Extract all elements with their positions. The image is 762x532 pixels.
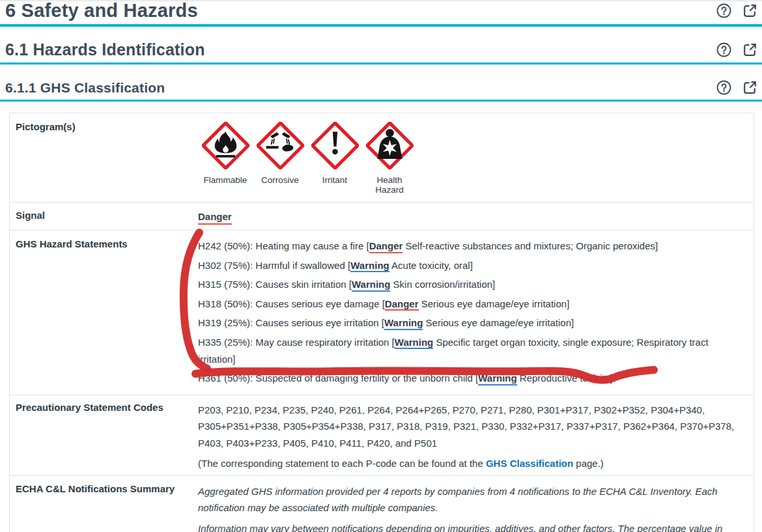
precautionary-note: (The corresponding statement to each P-c… bbox=[198, 456, 743, 470]
hazard-statement: H335 (25%): May cause respiratory irrita… bbox=[198, 334, 743, 368]
section-header-safety-and-hazards: 6 Safety and Hazards bbox=[0, 0, 762, 27]
ghs-pictogram-icon bbox=[311, 122, 359, 169]
row-label-hazard-statements: GHS Hazard Statements bbox=[10, 231, 198, 395]
echa-notifications-row: ECHA C&L Notifications Summary Aggregate… bbox=[10, 475, 754, 532]
ghs-pictogram-icon bbox=[202, 122, 249, 169]
hazard-statement: H319 (25%): Causes serious eye irritatio… bbox=[198, 315, 743, 331]
ghs-classification-page: 6 Safety and Hazards 6.1 Hazards Identif… bbox=[0, 0, 762, 532]
pictogram-label: Corrosive bbox=[261, 175, 299, 185]
ghs-pictogram-icon bbox=[257, 122, 304, 169]
echa-paragraph-1: Aggregated GHS information provided per … bbox=[198, 484, 743, 516]
pictogram-label: Flammable bbox=[204, 175, 247, 185]
hazard-statements-row: GHS Hazard Statements H242 (50%): Heatin… bbox=[10, 230, 754, 395]
pictogram-label: Irritant bbox=[322, 175, 347, 185]
header-icons bbox=[716, 3, 758, 19]
help-icon[interactable] bbox=[716, 3, 732, 19]
ghs-classification-link[interactable]: GHS Classification bbox=[486, 458, 573, 469]
pictogram-list: Flammable Corrosive Irritant Health Haza… bbox=[198, 122, 743, 195]
note-suffix: page.) bbox=[573, 458, 604, 469]
row-label-signal: Signal bbox=[10, 203, 198, 230]
pictogram-item: Health Hazard bbox=[362, 122, 417, 195]
pictogram-item: Corrosive bbox=[253, 122, 307, 195]
subsubsection-title: 6.1.1 GHS Classification bbox=[5, 79, 165, 96]
external-link-icon[interactable] bbox=[742, 3, 758, 19]
row-label-precautionary: Precautionary Statement Codes bbox=[10, 395, 198, 476]
header-icons bbox=[716, 42, 758, 58]
hazard-statement: H302 (75%): Harmful if swallowed [Warnin… bbox=[198, 257, 743, 274]
echa-paragraph-2: Information may vary between notificatio… bbox=[198, 521, 743, 532]
external-link-icon[interactable] bbox=[742, 79, 758, 96]
subsection-title: 6.1 Hazards Identification bbox=[5, 40, 205, 59]
help-icon[interactable] bbox=[716, 42, 732, 58]
ghs-pictogram-icon bbox=[366, 122, 414, 169]
page-title: 6 Safety and Hazards bbox=[5, 0, 198, 21]
hazard-statement-list: H242 (50%): Heating may cause a fire [Da… bbox=[198, 231, 754, 395]
row-label-echa-summary: ECHA C&L Notifications Summary bbox=[10, 476, 198, 532]
hazard-statement: H361 (50%): Suspected of damaging fertil… bbox=[198, 370, 743, 387]
help-icon[interactable] bbox=[716, 79, 732, 96]
signal-value: Danger bbox=[198, 211, 232, 225]
hazard-statement: H318 (50%): Causes serious eye damage [D… bbox=[198, 296, 743, 313]
precautionary-codes: P203, P210, P234, P235, P240, P261, P264… bbox=[198, 402, 743, 452]
signal-row: Signal Danger bbox=[10, 202, 754, 230]
precautionary-row: Precautionary Statement Codes P203, P210… bbox=[10, 395, 754, 476]
note-prefix: (The corresponding statement to each P-c… bbox=[198, 458, 486, 469]
row-label-pictograms: Pictogram(s) bbox=[10, 113, 198, 202]
section-header-ghs-classification: 6.1.1 GHS Classification bbox=[0, 79, 762, 102]
pictogram-item: Irritant bbox=[307, 122, 362, 195]
pictogram-item: Flammable bbox=[198, 122, 253, 195]
header-icons bbox=[716, 79, 758, 96]
external-link-icon[interactable] bbox=[742, 42, 758, 58]
hazard-statement: H242 (50%): Heating may cause a fire [Da… bbox=[198, 238, 743, 255]
hazard-statement: H315 (75%): Causes skin irritation [Warn… bbox=[198, 276, 743, 293]
pictograms-row: Pictogram(s) Flammable Corrosive Irritan… bbox=[10, 113, 754, 202]
ghs-classification-table: Pictogram(s) Flammable Corrosive Irritan… bbox=[9, 113, 754, 532]
pictogram-label: Health Hazard bbox=[362, 175, 417, 195]
section-header-hazards-identification: 6.1 Hazards Identification bbox=[0, 40, 762, 64]
